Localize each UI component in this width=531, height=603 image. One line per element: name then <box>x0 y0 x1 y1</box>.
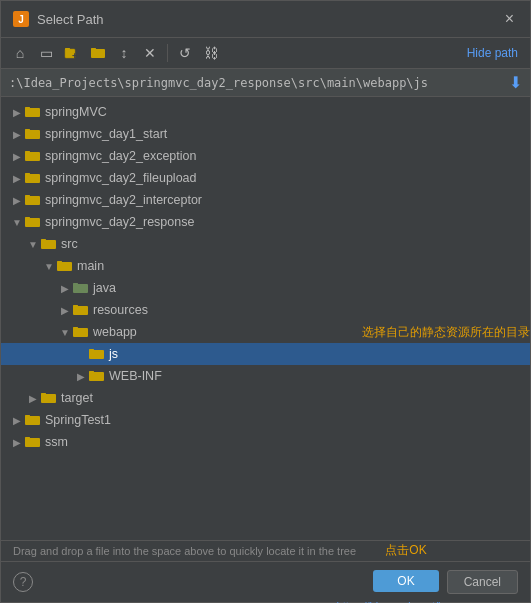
delete-button[interactable]: ✕ <box>139 42 161 64</box>
square-button[interactable]: ▭ <box>35 42 57 64</box>
svg-rect-30 <box>89 371 94 373</box>
path-bar: ⬇ <box>1 69 530 97</box>
ok-annotation: 点击OK <box>385 542 426 559</box>
tree-arrow-ssm <box>9 434 25 450</box>
folder-icon-springmvc <box>25 105 41 119</box>
tree-item-main[interactable]: main <box>1 255 530 277</box>
svg-rect-13 <box>25 196 40 205</box>
tree-label-interceptor: springmvc_day2_interceptor <box>45 193 530 207</box>
tree-item-ssm[interactable]: ssm <box>1 431 530 453</box>
tree-label-springmvc: springMVC <box>45 105 530 119</box>
button-group: 点击OK OK https://blog.csdn.net/haroroc Ca… <box>373 570 518 594</box>
tree-item-day1start[interactable]: springmvc_day1_start <box>1 123 530 145</box>
svg-rect-17 <box>41 240 56 249</box>
tree-arrow-springtest1 <box>9 412 25 428</box>
tree-label-fileupload: springmvc_day2_fileupload <box>45 171 530 185</box>
svg-rect-25 <box>73 328 88 337</box>
svg-rect-19 <box>57 262 72 271</box>
webapp-annotation: 选择自己的静态资源所在的目录 <box>362 324 530 341</box>
folder-icon-main <box>57 259 73 273</box>
tree-arrow-day1start <box>9 126 25 142</box>
svg-rect-35 <box>25 438 40 447</box>
svg-rect-34 <box>25 415 30 417</box>
home-button[interactable]: ⌂ <box>9 42 31 64</box>
svg-rect-26 <box>73 327 78 329</box>
svg-text:+: + <box>72 51 77 61</box>
tree-item-webapp[interactable]: webapp 选择自己的静态资源所在的目录 <box>1 321 530 343</box>
tree-label-resources: resources <box>93 303 530 317</box>
svg-rect-7 <box>25 130 40 139</box>
folder-icon-src <box>41 237 57 251</box>
file-tree[interactable]: springMVC springmvc_day1_start springmvc… <box>1 97 530 540</box>
tree-item-springtest1[interactable]: SpringTest1 <box>1 409 530 431</box>
tree-item-response[interactable]: springmvc_day2_response <box>1 211 530 233</box>
svg-rect-31 <box>41 394 56 403</box>
tree-arrow-js <box>73 346 89 362</box>
folder-icon-target <box>41 391 57 405</box>
folder-icon-ssm <box>25 435 41 449</box>
toolbar: ⌂ ▭ + ↕ ✕ ↺ ⛓ Hide path <box>1 38 530 69</box>
folder-icon-webinf <box>89 369 105 383</box>
tree-arrow-main <box>41 258 57 274</box>
folder-icon-java <box>73 281 89 295</box>
svg-rect-11 <box>25 174 40 183</box>
toolbar-separator <box>167 44 168 62</box>
hide-path-button[interactable]: Hide path <box>463 44 522 62</box>
tree-item-fileupload[interactable]: springmvc_day2_fileupload <box>1 167 530 189</box>
tree-arrow-fileupload <box>9 170 25 186</box>
cancel-button[interactable]: Cancel <box>447 570 518 594</box>
move-button[interactable]: ↕ <box>113 42 135 64</box>
svg-rect-21 <box>73 284 88 293</box>
svg-rect-32 <box>41 393 46 395</box>
tree-item-target[interactable]: target <box>1 387 530 409</box>
tree-arrow-src <box>25 236 41 252</box>
svg-rect-9 <box>25 152 40 161</box>
help-button[interactable]: ? <box>13 572 33 592</box>
app-icon: J <box>13 11 29 27</box>
path-download-button[interactable]: ⬇ <box>509 73 522 92</box>
tree-label-day1start: springmvc_day1_start <box>45 127 530 141</box>
tree-label-webapp: webapp <box>93 325 354 339</box>
tree-item-js[interactable]: js <box>1 343 530 365</box>
folder-icon-webapp <box>73 325 89 339</box>
svg-rect-24 <box>73 305 78 307</box>
folder-icon-fileupload <box>25 171 41 185</box>
link-button[interactable]: ⛓ <box>200 42 222 64</box>
status-bar: Drag and drop a file into the space abov… <box>1 540 530 561</box>
svg-rect-29 <box>89 372 104 381</box>
svg-rect-6 <box>25 107 30 109</box>
tree-label-java: java <box>93 281 530 295</box>
tree-label-main: main <box>77 259 530 273</box>
folder-icon-js <box>89 347 105 361</box>
select-path-dialog: J Select Path × ⌂ ▭ + ↕ ✕ ↺ ⛓ Hide path <box>0 0 531 603</box>
tree-arrow-webinf <box>73 368 89 384</box>
folder-icon-exception <box>25 149 41 163</box>
svg-rect-16 <box>25 217 30 219</box>
tree-item-springmvc[interactable]: springMVC <box>1 101 530 123</box>
tree-item-src[interactable]: src <box>1 233 530 255</box>
new-folder-button[interactable]: + <box>61 42 83 64</box>
folder-icon-resources <box>73 303 89 317</box>
tree-arrow-exception <box>9 148 25 164</box>
folder-button[interactable] <box>87 42 109 64</box>
folder-icon-response <box>25 215 41 229</box>
tree-arrow-interceptor <box>9 192 25 208</box>
tree-item-exception[interactable]: springmvc_day2_exception <box>1 145 530 167</box>
status-text: Drag and drop a file into the space abov… <box>13 545 356 557</box>
svg-rect-23 <box>73 306 88 315</box>
path-input[interactable] <box>9 76 503 90</box>
ok-button[interactable]: OK <box>373 570 438 592</box>
close-button[interactable]: × <box>501 9 518 29</box>
tree-item-java[interactable]: java <box>1 277 530 299</box>
tree-arrow-java <box>57 280 73 296</box>
bottom-bar: ? 点击OK OK https://blog.csdn.net/haroroc … <box>1 561 530 602</box>
tree-label-js: js <box>109 347 530 361</box>
refresh-button[interactable]: ↺ <box>174 42 196 64</box>
svg-rect-14 <box>25 195 30 197</box>
title-bar-left: J Select Path <box>13 11 104 27</box>
tree-item-webinf[interactable]: WEB-INF <box>1 365 530 387</box>
tree-label-webinf: WEB-INF <box>109 369 530 383</box>
tree-item-interceptor[interactable]: springmvc_day2_interceptor <box>1 189 530 211</box>
tree-arrow-springmvc <box>9 104 25 120</box>
tree-item-resources[interactable]: resources <box>1 299 530 321</box>
